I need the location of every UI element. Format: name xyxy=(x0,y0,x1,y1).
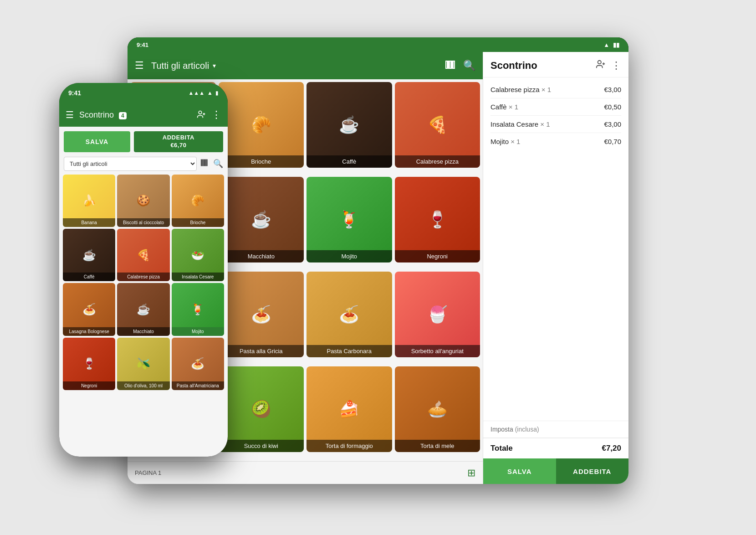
phone-barcode-button[interactable] xyxy=(200,158,209,170)
grid-item-label-sorbetto: Sorbetto all'anguriat xyxy=(395,345,480,357)
grid-item-label-macchiato: Macchiato xyxy=(219,250,304,262)
phone-grid-emoji-lasagna: 🍝 xyxy=(82,303,96,316)
receipt-item-name: Caffè × 1 xyxy=(490,103,518,111)
receipt-salva-button[interactable]: SALVA xyxy=(483,458,556,484)
grid-item-emoji-negroni: 🍷 xyxy=(427,210,448,229)
grid-item-emoji-macchiato: ☕ xyxy=(251,210,271,229)
receipt-item-name: Mojito × 1 xyxy=(490,138,520,145)
svg-rect-0 xyxy=(446,61,447,68)
phone-grid-item-biscotti[interactable]: 🍪 Biscotti al cioccolato xyxy=(117,175,169,227)
total-label: Totale xyxy=(490,444,513,453)
grid-item-emoji-pasta-gricia: 🍝 xyxy=(251,305,271,324)
phone-search-button[interactable]: 🔍 xyxy=(213,159,223,169)
receipt-more-button[interactable]: ⋮ xyxy=(611,59,621,72)
grid-item-image-brioche: 🥐 xyxy=(219,82,304,168)
grid-item-label-pasta-carb: Pasta Carbonara xyxy=(306,345,392,357)
tablet-grid-item-caffe[interactable]: ☕ Caffè xyxy=(306,82,392,168)
svg-rect-4 xyxy=(453,61,455,68)
phone-grid-label-mojito: Mojito xyxy=(172,327,224,336)
tablet-battery-icon: ▮▮ xyxy=(613,41,619,48)
svg-rect-2 xyxy=(450,61,451,68)
grid-item-image-pasta-carb: 🍝 xyxy=(306,272,392,357)
tablet-grid-item-pasta-carb[interactable]: 🍝 Pasta Carbonara xyxy=(306,272,392,357)
tablet-grid-item-calabrese[interactable]: 🍕 Calabrese pizza xyxy=(395,82,480,168)
grid-item-image-caffe: ☕ xyxy=(306,82,392,168)
grid-item-image-succo-kiwi: 🥝 xyxy=(219,366,304,452)
phone-grid-label-brioche: Brioche xyxy=(172,218,224,227)
grid-item-image-macchiato: ☕ xyxy=(219,177,304,262)
phone-grid-item-macchiato[interactable]: ☕ Macchiato xyxy=(117,283,169,335)
phone-category-select[interactable]: Tutti gli articoli Bevande Cibo Dolci xyxy=(64,157,197,171)
phone-grid-emoji-macchiato: ☕ xyxy=(137,303,150,316)
phone-grid-item-brioche[interactable]: 🥐 Brioche xyxy=(172,175,224,227)
receipt-item-name: Insalata Cesare × 1 xyxy=(490,120,550,128)
grid-item-emoji-sorbetto: 🍧 xyxy=(427,305,448,324)
tablet-header-title: Tutti gli articoli ▾ xyxy=(151,61,438,71)
phone-grid-item-banana[interactable]: 🍌 Banana xyxy=(63,175,115,227)
tax-label: Imposta xyxy=(490,426,513,433)
phone-salva-button[interactable]: SALVA xyxy=(64,131,130,152)
phone-grid-label-biscotti: Biscotti al cioccolato xyxy=(117,218,169,227)
phone-action-buttons: SALVA ADDEBITA€6,70 xyxy=(59,127,228,157)
phone-grid-item-insalata[interactable]: 🥗 Insalata Cesare xyxy=(172,229,224,281)
tablet-grid-item-torta-form[interactable]: 🍰 Torta di formaggio xyxy=(306,366,392,452)
phone-grid-emoji-caffe: ☕ xyxy=(82,249,96,262)
tablet-search-button[interactable]: 🔍 xyxy=(463,59,475,72)
tablet-grid-item-pasta-gricia[interactable]: 🍝 Pasta alla Gricia xyxy=(219,272,304,357)
receipt-header: Scontrino ⋮ xyxy=(483,52,628,77)
grid-item-emoji-calabrese: 🍕 xyxy=(427,115,448,134)
receipt-row: Mojito × 1 €0,70 xyxy=(490,133,621,150)
phone-grid-item-olio[interactable]: 🫒 Olio d'oliva, 100 ml xyxy=(117,338,169,390)
phone-title-text: Scontrino xyxy=(79,110,114,119)
phone-grid-item-mojito[interactable]: 🍹 Mojito xyxy=(172,283,224,335)
tablet-grid-icon: ⊞ xyxy=(467,467,475,479)
phone-grid-item-negroni[interactable]: 🍷 Negroni xyxy=(63,338,115,390)
receipt-row: Caffè × 1 €0,50 xyxy=(490,98,621,116)
phone-grid-label-caffe: Caffè xyxy=(63,273,115,281)
phone-device: 9:41 ▲▲▲ ▲ ▮ ☰ Scontrino 4 ⋮ xyxy=(59,83,228,457)
phone-battery-icon: ▮ xyxy=(215,90,219,96)
receipt-add-person-button[interactable] xyxy=(596,59,606,72)
tablet-grid-item-negroni[interactable]: 🍷 Negroni xyxy=(395,177,480,262)
tablet-grid-item-torta-mele[interactable]: 🥧 Torta di mele xyxy=(395,366,480,452)
grid-item-image-negroni: 🍷 xyxy=(395,177,480,262)
phone-grid: 🍌 Banana 🍪 Biscotti al cioccolato 🥐 Brio… xyxy=(59,175,228,390)
svg-rect-13 xyxy=(204,159,205,165)
phone-header-title: Scontrino 4 xyxy=(79,110,191,120)
grid-item-image-mojito: 🍹 xyxy=(306,177,392,262)
receipt-item-price: €0,50 xyxy=(604,103,621,111)
svg-rect-1 xyxy=(448,61,449,68)
phone-grid-emoji-insalata: 🥗 xyxy=(191,249,204,262)
svg-rect-15 xyxy=(206,159,207,165)
receipt-item-price: €3,00 xyxy=(604,86,621,93)
phone-add-person-button[interactable] xyxy=(197,110,206,120)
svg-rect-14 xyxy=(205,159,206,165)
grid-item-label-torta-mele: Torta di mele xyxy=(395,440,480,452)
phone-grid-item-caffe[interactable]: ☕ Caffè xyxy=(63,229,115,281)
tablet-barcode-button[interactable] xyxy=(445,59,456,72)
receipt-header-icons: ⋮ xyxy=(596,59,621,72)
phone-menu-button[interactable]: ☰ xyxy=(66,109,74,120)
tablet-grid-item-brioche[interactable]: 🥐 Brioche xyxy=(219,82,304,168)
tablet-grid-item-sorbetto[interactable]: 🍧 Sorbetto all'anguriat xyxy=(395,272,480,357)
phone-time: 9:41 xyxy=(68,89,81,97)
tablet-grid-item-succo-kiwi[interactable]: 🥝 Succo di kiwi xyxy=(219,366,304,452)
tablet-grid-item-macchiato[interactable]: ☕ Macchiato xyxy=(219,177,304,262)
receipt-addebita-button[interactable]: ADDEBITA xyxy=(556,458,629,484)
tablet-time: 9:41 xyxy=(137,41,148,48)
phone-more-button[interactable]: ⋮ xyxy=(211,109,221,121)
phone-badge: 4 xyxy=(119,112,127,119)
phone-grid-item-lasagna[interactable]: 🍝 Lasagna Bolognese xyxy=(63,283,115,335)
phone-grid-item-calabrese[interactable]: 🍕 Calabrese pizza xyxy=(117,229,169,281)
phone-grid-item-pasta-amat[interactable]: 🍝 Pasta all'Amatriciana xyxy=(172,338,224,390)
svg-rect-3 xyxy=(452,61,453,68)
tablet-receipt-panel: Scontrino ⋮ Calabrese pizza × 1 €3,00 xyxy=(483,52,628,484)
tablet-menu-button[interactable]: ☰ xyxy=(135,61,144,71)
receipt-item-price: €3,00 xyxy=(604,120,621,128)
phone-status-icons: ▲▲▲ ▲ ▮ xyxy=(188,90,219,96)
tablet-dropdown-icon[interactable]: ▾ xyxy=(213,62,216,69)
phone-grid-emoji-pasta-amat: 🍝 xyxy=(191,357,204,370)
phone-addebita-button[interactable]: ADDEBITA€6,70 xyxy=(134,131,223,152)
phone-grid-emoji-biscotti: 🍪 xyxy=(137,194,150,207)
tablet-grid-item-mojito[interactable]: 🍹 Mojito xyxy=(306,177,392,262)
